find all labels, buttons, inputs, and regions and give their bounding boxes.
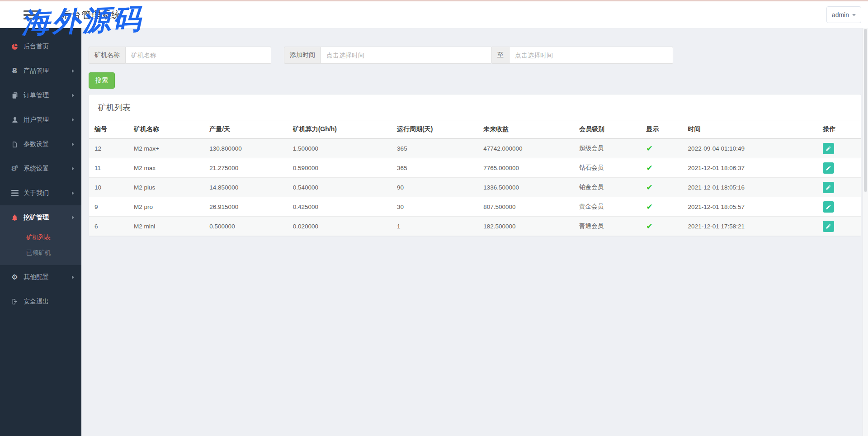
edit-button[interactable] xyxy=(823,182,834,193)
sidebar-item-label: 产品管理 xyxy=(24,67,72,75)
scrollbar-thumb[interactable] xyxy=(864,29,867,192)
cell-cycle: 1 xyxy=(392,217,478,236)
cell-visible: ✔ xyxy=(641,217,682,236)
add-time-label: 添加时间 xyxy=(284,47,321,64)
sidebar-submenu: 矿机列表已领矿机 xyxy=(0,230,81,261)
cell-name: M2 pro xyxy=(128,197,204,217)
cell-output: 14.850000 xyxy=(204,178,287,197)
sidebar-item-mining[interactable]: 挖矿管理 xyxy=(0,205,81,230)
logout-icon xyxy=(9,298,20,305)
sidebar-item-products[interactable]: Ƀ产品管理 xyxy=(0,59,81,83)
sidebar-item-other[interactable]: ⚙其他配置 xyxy=(0,265,81,289)
sidebar-item-label: 安全退出 xyxy=(24,298,74,306)
menu-toggle-icon[interactable] xyxy=(24,9,39,21)
column-header: 编号 xyxy=(89,120,128,139)
table-row: 9M2 pro26.9150000.42500030807.500000黄金会员… xyxy=(89,197,861,217)
cell-id: 9 xyxy=(89,197,128,217)
column-header: 矿机名称 xyxy=(128,120,204,139)
column-header: 矿机算力(Gh/h) xyxy=(288,120,392,139)
cell-income: 7765.000000 xyxy=(478,158,574,178)
cell-level: 超级会员 xyxy=(574,139,641,158)
edit-button[interactable] xyxy=(823,162,834,174)
user-menu-button[interactable]: admin xyxy=(826,6,861,23)
sidebar-subitem-claimed-miners[interactable]: 已领矿机 xyxy=(0,245,81,261)
chevron-right-icon xyxy=(72,167,74,171)
cell-income: 47742.000000 xyxy=(478,139,574,158)
cell-actions xyxy=(817,139,861,158)
scrollbar-track[interactable] xyxy=(863,28,868,436)
file-icon xyxy=(9,141,20,148)
cell-time: 2021-12-01 18:05:57 xyxy=(683,197,818,217)
search-button[interactable]: 搜索 xyxy=(89,72,115,89)
check-icon: ✔ xyxy=(646,202,652,211)
app-title: 后台管理系统 xyxy=(61,9,121,21)
sidebar-group-mining: 挖矿管理矿机列表已领矿机 xyxy=(0,205,81,265)
time-start-input[interactable] xyxy=(321,47,492,64)
cell-level: 铂金会员 xyxy=(574,178,641,197)
cell-power: 0.425000 xyxy=(288,197,392,217)
list-icon xyxy=(9,190,20,196)
orders-icon xyxy=(9,92,20,99)
cell-output: 26.915000 xyxy=(204,197,287,217)
gears-icon: ⚙⚙ xyxy=(9,165,20,172)
chevron-right-icon xyxy=(72,275,74,279)
chevron-right-icon xyxy=(72,118,74,122)
sidebar-item-label: 关于我们 xyxy=(24,189,72,197)
sidebar: 后台首页Ƀ产品管理订单管理用户管理参数设置⚙⚙系统设置关于我们挖矿管理矿机列表已… xyxy=(0,28,81,436)
sidebar-item-label: 订单管理 xyxy=(24,91,72,100)
cell-name: M2 max xyxy=(128,158,204,178)
cell-visible: ✔ xyxy=(641,139,682,158)
cell-income: 182.500000 xyxy=(478,217,574,236)
panel-title: 矿机列表 xyxy=(89,95,861,120)
sidebar-item-orders[interactable]: 订单管理 xyxy=(0,83,81,108)
to-label: 至 xyxy=(492,47,509,64)
sidebar-subitem-miner-list[interactable]: 矿机列表 xyxy=(0,230,81,245)
time-end-input[interactable] xyxy=(509,47,673,64)
bitcoin-icon: Ƀ xyxy=(9,67,20,75)
cell-actions xyxy=(817,197,861,217)
column-header: 产量/天 xyxy=(204,120,287,139)
cell-cycle: 90 xyxy=(392,178,478,197)
add-time-filter-group: 添加时间 至 xyxy=(284,47,673,64)
column-header: 操作 xyxy=(817,120,861,139)
miner-list-panel: 矿机列表 编号矿机名称产量/天矿机算力(Gh/h)运行周期(天)未来收益会员级别… xyxy=(89,94,861,237)
chevron-right-icon xyxy=(72,191,74,195)
cell-power: 0.590000 xyxy=(288,158,392,178)
cell-power: 1.500000 xyxy=(288,139,392,158)
cell-time: 2022-09-04 01:10:49 xyxy=(683,139,818,158)
cell-visible: ✔ xyxy=(641,178,682,197)
check-icon: ✔ xyxy=(646,222,652,231)
miner-name-input[interactable] xyxy=(126,47,271,64)
edit-button[interactable] xyxy=(823,201,834,213)
cell-power: 0.540000 xyxy=(288,178,392,197)
sidebar-item-params[interactable]: 参数设置 xyxy=(0,132,81,156)
sidebar-item-about[interactable]: 关于我们 xyxy=(0,181,81,205)
cell-output: 130.800000 xyxy=(204,139,287,158)
sidebar-item-users[interactable]: 用户管理 xyxy=(0,108,81,132)
table-row: 11M2 max21.2750000.5900003657765.000000钻… xyxy=(89,158,861,178)
cell-output: 0.500000 xyxy=(204,217,287,236)
check-icon: ✔ xyxy=(646,144,652,153)
edit-button[interactable] xyxy=(823,143,834,154)
cell-id: 12 xyxy=(89,139,128,158)
sidebar-item-label: 其他配置 xyxy=(24,273,72,281)
sidebar-item-label: 系统设置 xyxy=(24,165,72,173)
cell-level: 黄金会员 xyxy=(574,197,641,217)
edit-button[interactable] xyxy=(823,221,834,232)
content-area: 矿机名称 添加时间 至 搜索 矿机列表 编号矿机名称产量/天矿机算力(Gh/h)… xyxy=(81,28,868,436)
sidebar-item-logout[interactable]: 安全退出 xyxy=(0,289,81,314)
sidebar-item-home[interactable]: 后台首页 xyxy=(0,34,81,59)
dashboard-icon xyxy=(9,43,20,51)
table-row: 12M2 max+130.8000001.50000036547742.0000… xyxy=(89,139,861,158)
cell-id: 6 xyxy=(89,217,128,236)
column-header: 未来收益 xyxy=(478,120,574,139)
cell-cycle: 30 xyxy=(392,197,478,217)
filter-bar: 矿机名称 添加时间 至 xyxy=(89,47,861,64)
check-icon: ✔ xyxy=(646,183,652,192)
column-header: 显示 xyxy=(641,120,682,139)
sidebar-item-system[interactable]: ⚙⚙系统设置 xyxy=(0,156,81,181)
cell-time: 2021-12-01 18:06:37 xyxy=(683,158,818,178)
cell-power: 0.020000 xyxy=(288,217,392,236)
bell-icon xyxy=(9,214,20,222)
column-header: 时间 xyxy=(683,120,818,139)
